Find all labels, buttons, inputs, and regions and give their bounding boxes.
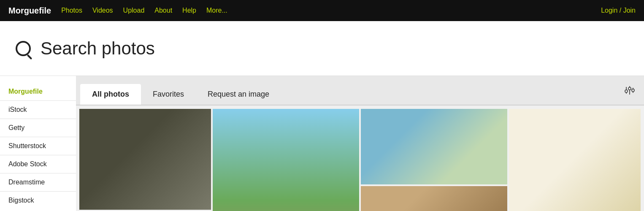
sidebar-item-morguefile[interactable]: Morguefile (0, 83, 76, 101)
photo-rock[interactable] (79, 109, 211, 210)
search-handle (27, 54, 32, 60)
login-link[interactable]: Login (601, 7, 617, 14)
sidebar-item-istock[interactable]: iStock (0, 101, 76, 119)
sidebar-item-shutterstock[interactable]: Shutterstock (0, 137, 76, 155)
photo-column-4 (509, 109, 641, 211)
tab-all-photos[interactable]: All photos (80, 84, 141, 105)
tab-favorites[interactable]: Favorites (141, 84, 196, 105)
search-circle (16, 41, 31, 56)
photo-column-1 (79, 109, 211, 211)
photo-beach-top[interactable] (361, 109, 507, 184)
tab-request-image[interactable]: Request an image (196, 84, 281, 105)
join-link[interactable]: Join (623, 7, 636, 14)
svg-point-4 (628, 87, 631, 90)
nav-more[interactable]: More... (206, 7, 227, 14)
search-icon (13, 38, 34, 59)
sidebar: Morguefile iStock Getty Shutterstock Ado… (0, 76, 76, 211)
photo-column-2 (213, 109, 359, 211)
sidebar-item-adobestock[interactable]: Adobe Stock (0, 155, 76, 173)
sidebar-item-dreamstime[interactable]: Dreamstime (0, 173, 76, 192)
photo-grid (76, 106, 644, 211)
svg-point-5 (632, 89, 634, 92)
sidebar-item-bigstock[interactable]: Bigstock (0, 192, 76, 209)
photo-column-3 (361, 109, 507, 211)
nav-upload[interactable]: Upload (123, 7, 145, 14)
nav-slash: / (617, 7, 623, 14)
site-logo[interactable]: Morguefile (8, 6, 51, 16)
nav-about[interactable]: About (154, 7, 172, 14)
nav-links: Photos Videos Upload About Help More... (61, 7, 601, 14)
search-bar-area: Search photos (0, 21, 644, 76)
nav-help[interactable]: Help (182, 7, 196, 14)
svg-point-3 (625, 90, 628, 92)
tabs-bar: All photos Favorites Request an image (76, 76, 644, 106)
search-heading[interactable]: Search photos (41, 38, 155, 59)
photo-veggie[interactable] (509, 109, 641, 211)
sidebar-item-getty[interactable]: Getty (0, 119, 76, 137)
photo-person[interactable] (361, 186, 507, 211)
main-layout: Morguefile iStock Getty Shutterstock Ado… (0, 76, 644, 211)
content-area: All photos Favorites Request an image (76, 76, 644, 211)
filter-icon[interactable] (624, 84, 636, 99)
top-navigation: Morguefile Photos Videos Upload About He… (0, 0, 644, 21)
nav-photos[interactable]: Photos (61, 7, 82, 14)
nav-videos[interactable]: Videos (92, 7, 113, 14)
photo-trees[interactable] (213, 109, 359, 211)
auth-links: Login / Join (601, 7, 636, 14)
